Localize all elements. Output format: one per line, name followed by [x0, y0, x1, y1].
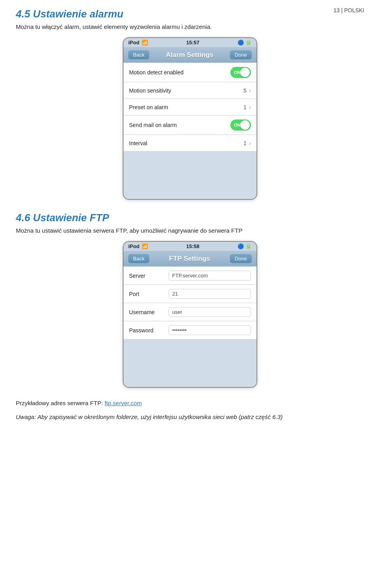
ftp-time: 15:58 [186, 243, 199, 249]
ftp-status-left: iPod 📶 [128, 243, 148, 249]
port-input[interactable] [169, 289, 251, 299]
sensitivity-chevron: › [249, 87, 251, 94]
ftp-fields-list: Server Port Username Password [124, 266, 256, 340]
server-label: Server [129, 273, 165, 279]
ftp-battery-icon: 🔋 [245, 243, 252, 249]
section-alarm: 4.5 Ustawienie alarmu Można tu włączyć a… [16, 8, 364, 200]
status-right: 🔵 🔋 [238, 40, 252, 46]
port-label: Port [129, 291, 165, 297]
ftp-phone-container: iPod 📶 15:58 🔵 🔋 Back FTP Settings Done [16, 241, 364, 388]
ftp-phone-body [124, 340, 256, 387]
ftp-back-button[interactable]: Back [128, 254, 149, 263]
alarm-row-preset[interactable]: Preset on alarm 1 › [124, 99, 256, 116]
alarm-nav-title: Alarm Settings [166, 51, 213, 59]
interval-number: 1 [243, 140, 247, 146]
alarm-row-send-mail: Send mail on alarm ON [124, 116, 256, 135]
ftp-nav-title: FTP Settings [169, 255, 210, 263]
bluetooth-icon: 🔵 [238, 40, 244, 46]
ftp-port-row: Port [124, 285, 256, 303]
ftp-link[interactable]: ftp.server.com [104, 400, 142, 406]
motion-detect-toggle[interactable]: ON [230, 67, 251, 78]
ftp-ipod-label: iPod [128, 243, 139, 249]
alarm-nav-bar: Back Alarm Settings Done [124, 47, 256, 63]
preset-chevron: › [249, 104, 251, 111]
ftp-status-right: 🔵 🔋 [238, 243, 252, 249]
ftp-password-row: Password [124, 321, 256, 340]
section-ftp-title: 4.6 Ustawienie FTP [16, 212, 364, 224]
username-input[interactable] [169, 307, 251, 317]
alarm-row-interval[interactable]: Interval 1 › [124, 135, 256, 152]
ftp-example: Przykładowy adres serwera FTP: ftp.serve… [16, 400, 364, 406]
alarm-phone: iPod 📶 15:57 🔵 🔋 Back Alarm Settings Don… [123, 37, 257, 200]
ftp-wifi-icon: 📶 [142, 243, 148, 249]
alarm-status-bar: iPod 📶 15:57 🔵 🔋 [124, 38, 256, 47]
ftp-server-row: Server [124, 266, 256, 285]
alarm-time: 15:57 [186, 40, 199, 46]
ftp-bluetooth-icon: 🔵 [238, 243, 244, 249]
page-number: 13 | POLSKI [333, 7, 364, 13]
motion-detect-label: Motion detect enabled [129, 69, 184, 76]
interval-label: Interval [129, 140, 147, 146]
section-ftp-desc: Można tu ustawić ustawienia serwera FTP,… [16, 227, 364, 234]
toggle-knob [240, 68, 250, 77]
sensitivity-label: Motion sensitivity [129, 87, 171, 94]
alarm-phone-container: iPod 📶 15:57 🔵 🔋 Back Alarm Settings Don… [16, 37, 364, 200]
password-label: Password [129, 327, 165, 334]
interval-chevron: › [249, 140, 251, 147]
status-left: iPod 📶 [128, 40, 148, 46]
server-input[interactable] [169, 271, 251, 281]
section-ftp: 4.6 Ustawienie FTP Można tu ustawić usta… [16, 212, 364, 420]
ipod-label: iPod [128, 40, 139, 46]
preset-number: 1 [243, 104, 247, 110]
section-alarm-desc: Można tu włączyć alarm, ustawić elementy… [16, 23, 364, 30]
toggle-on-label: ON [234, 70, 241, 75]
battery-icon: 🔋 [245, 40, 252, 46]
ftp-nav-bar: Back FTP Settings Done [124, 251, 256, 266]
sensitivity-number: 5 [243, 87, 247, 94]
toggle-mail-label: ON [234, 123, 241, 127]
preset-value: 1 › [243, 104, 251, 111]
section-alarm-title: 4.5 Ustawienie alarmu [16, 8, 364, 20]
sensitivity-value: 5 › [243, 87, 251, 94]
alarm-row-motion-detect: Motion detect enabled ON [124, 63, 256, 82]
interval-value: 1 › [243, 140, 251, 147]
example-label: Przykładowy adres serwera FTP: [16, 400, 104, 406]
password-input[interactable] [169, 325, 251, 335]
send-mail-toggle[interactable]: ON [230, 119, 251, 131]
toggle-mail-knob [240, 120, 250, 130]
alarm-phone-body [124, 152, 256, 199]
alarm-back-button[interactable]: Back [128, 50, 149, 59]
username-label: Username [129, 309, 165, 315]
toggle-motion[interactable]: ON [230, 67, 251, 78]
wifi-icon: 📶 [142, 40, 148, 46]
ftp-phone: iPod 📶 15:58 🔵 🔋 Back FTP Settings Done [123, 241, 257, 388]
alarm-row-sensitivity[interactable]: Motion sensitivity 5 › [124, 82, 256, 99]
preset-label: Preset on alarm [129, 104, 168, 110]
ftp-note: Uwaga: Aby zapisywać w określonym folder… [16, 413, 364, 420]
alarm-done-button[interactable]: Done [230, 50, 252, 59]
ftp-username-row: Username [124, 303, 256, 321]
alarm-settings-list: Motion detect enabled ON Motion sensitiv… [124, 63, 256, 152]
ftp-status-bar: iPod 📶 15:58 🔵 🔋 [124, 242, 256, 251]
ftp-done-button[interactable]: Done [230, 254, 252, 263]
toggle-mail[interactable]: ON [230, 119, 251, 131]
send-mail-label: Send mail on alarm [129, 122, 177, 128]
